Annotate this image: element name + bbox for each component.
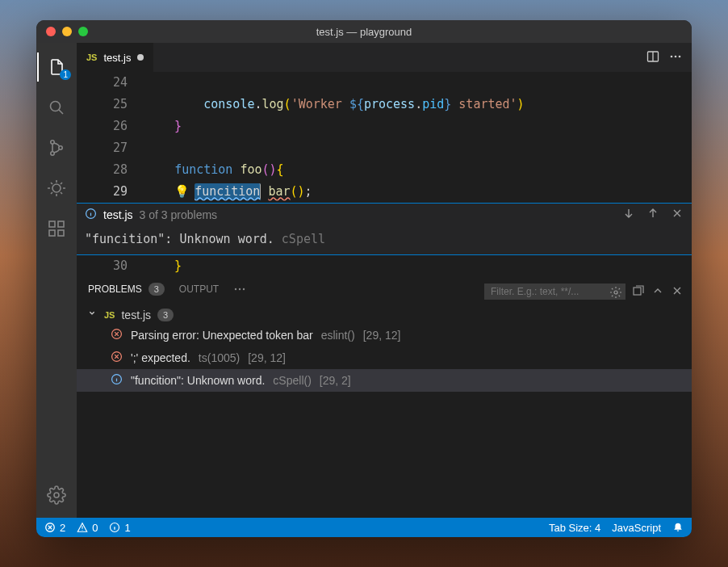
status-warnings[interactable]: 0 — [77, 522, 98, 534]
line-content: } — [145, 116, 182, 137]
line-number: 26 — [77, 116, 145, 137]
problem-item[interactable]: "funcition": Unknown word. cSpell() [29,… — [77, 369, 692, 392]
debug-icon[interactable] — [37, 170, 76, 206]
svg-rect-6 — [49, 230, 55, 236]
filter-settings-icon[interactable] — [609, 286, 622, 301]
svg-point-11 — [671, 55, 673, 57]
line-content: } — [145, 255, 182, 277]
svg-point-3 — [59, 146, 62, 149]
panel-tabs: PROBLEMS 3 OUTPUT — [77, 278, 692, 300]
vscode-window: test.js — playground 1 — [36, 20, 692, 537]
inline-problem-header: test.js 3 of 3 problems — [77, 204, 692, 225]
problems-list: JS test.js 3 Parsing error: Unexpected t… — [77, 300, 692, 518]
problem-item[interactable]: Parsing error: Unexpected token bar esli… — [77, 324, 692, 346]
lightbulb-icon[interactable]: 💡 — [174, 184, 190, 199]
collapse-all-icon[interactable] — [632, 284, 645, 300]
inline-problem-file: test.js — [103, 208, 133, 221]
chevron-down-icon — [86, 308, 98, 321]
prev-problem-icon[interactable] — [646, 207, 659, 222]
activity-bar: 1 — [36, 43, 77, 518]
info-icon — [85, 208, 97, 222]
line-number: 24 — [77, 72, 145, 94]
file-name: test.js — [121, 309, 151, 321]
problems-file-group[interactable]: JS test.js 3 — [77, 305, 692, 324]
dirty-indicator-icon — [137, 54, 144, 61]
status-language[interactable]: JavaScript — [612, 522, 661, 534]
line-number: 28 — [77, 159, 145, 181]
line-number: 27 — [77, 137, 145, 159]
line-number: 25 — [77, 94, 145, 116]
svg-point-1 — [51, 141, 54, 144]
svg-point-13 — [679, 55, 681, 57]
tab-filename: test.js — [103, 52, 131, 64]
problems-count-badge: 3 — [149, 283, 165, 296]
status-infos[interactable]: 1 — [109, 522, 130, 534]
explorer-icon[interactable]: 1 — [37, 49, 76, 85]
panel-maximize-icon[interactable] — [651, 284, 664, 300]
code-editor-continued[interactable]: 30 } — [77, 255, 692, 277]
editor-line: 30 } — [77, 255, 692, 277]
filter-input-wrap — [484, 284, 625, 300]
svg-point-12 — [675, 55, 677, 57]
panel-more-icon[interactable] — [233, 283, 246, 300]
next-problem-icon[interactable] — [622, 207, 635, 222]
tab-bar: JS test.js — [77, 43, 692, 72]
code-editor[interactable]: 24 25 console.log('Worker ${process.pid}… — [77, 72, 692, 203]
status-errors[interactable]: 2 — [44, 522, 65, 534]
window-body: 1 JS test.js — [36, 43, 692, 518]
svg-rect-19 — [634, 288, 641, 295]
explorer-badge: 1 — [60, 69, 71, 80]
editor-tab[interactable]: JS test.js — [77, 43, 154, 72]
svg-rect-7 — [58, 230, 64, 236]
svg-rect-5 — [49, 221, 55, 227]
editor-area: JS test.js 24 — [77, 43, 692, 518]
more-actions-icon[interactable] — [669, 50, 682, 65]
window-title: test.js — playground — [36, 26, 692, 38]
inline-problem-peek: test.js 3 of 3 problems "funcition": Unk… — [77, 203, 692, 255]
info-icon — [111, 373, 123, 388]
tab-problems[interactable]: PROBLEMS 3 — [88, 283, 165, 300]
line-content: 💡funcition bar(); — [145, 181, 312, 203]
line-number: 29 — [77, 181, 145, 203]
search-icon[interactable] — [37, 90, 76, 125]
svg-point-17 — [243, 288, 245, 290]
svg-point-9 — [54, 493, 59, 498]
editor-line: 26 } — [77, 116, 692, 137]
inline-problem-count: 3 of 3 problems — [140, 208, 218, 221]
inline-problem-message: "funcition": Unknown word. cSpell — [77, 225, 692, 254]
tab-output[interactable]: OUTPUT — [179, 284, 219, 300]
editor-line: 27 — [77, 137, 692, 159]
panel-close-icon[interactable] — [671, 284, 684, 300]
svg-point-0 — [51, 102, 61, 111]
problem-item[interactable]: ';' expected. ts(1005) [29, 12] — [77, 346, 692, 369]
line-content: console.log('Worker ${process.pid} start… — [145, 94, 525, 116]
svg-rect-8 — [58, 221, 64, 227]
svg-point-2 — [51, 152, 54, 155]
titlebar: test.js — playground — [36, 20, 692, 43]
editor-line: 25 console.log('Worker ${process.pid} st… — [77, 94, 692, 116]
bottom-panel: PROBLEMS 3 OUTPUT — [77, 277, 692, 518]
extensions-icon[interactable] — [37, 211, 76, 246]
file-problem-count: 3 — [157, 309, 174, 321]
error-icon — [111, 328, 123, 342]
source-control-icon[interactable] — [37, 130, 76, 166]
status-tab-size[interactable]: Tab Size: 4 — [549, 522, 600, 534]
editor-line: 29 💡funcition bar(); — [77, 181, 692, 203]
tab-bar-actions — [646, 43, 692, 72]
js-file-icon: JS — [104, 310, 115, 320]
close-peek-icon[interactable] — [671, 207, 684, 222]
line-number: 30 — [77, 255, 145, 277]
problems-filter-input[interactable] — [484, 284, 625, 300]
settings-gear-icon[interactable] — [37, 477, 76, 513]
status-bar: 2 0 1 Tab Size: 4 JavaScript — [36, 518, 692, 537]
editor-line: 28 function foo(){ — [77, 159, 692, 181]
svg-point-15 — [235, 288, 236, 290]
line-content: function foo(){ — [145, 159, 284, 181]
error-icon — [111, 351, 123, 365]
js-file-icon: JS — [86, 52, 97, 62]
status-bell-icon[interactable] — [672, 522, 684, 533]
svg-point-16 — [239, 288, 241, 290]
svg-point-18 — [614, 291, 617, 294]
editor-line: 24 — [77, 72, 692, 94]
split-editor-icon[interactable] — [646, 50, 659, 65]
